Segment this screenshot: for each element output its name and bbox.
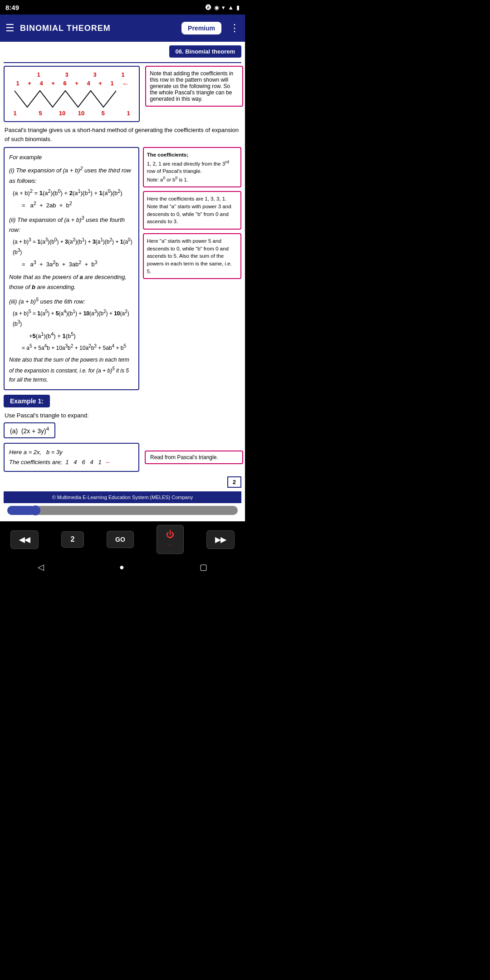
pb-10b: 10 <box>75 110 87 117</box>
page-number: 2 <box>227 476 241 488</box>
annot1-body: 1, 2, 1 are read directly from the 3rd r… <box>147 161 229 174</box>
pm-plus1: + <box>24 80 35 88</box>
zigzag-diagram <box>8 89 135 109</box>
note-asc-desc: Note that as the powers of a are descend… <box>9 272 134 292</box>
power-dots: ··· <box>168 543 172 548</box>
chapter-tab-row: 06. Binomial theorem <box>4 45 241 60</box>
eq3c: = a5 + 5a4b + 10a3b2 + 10a2b3 + 5ab4 + b… <box>22 342 134 353</box>
main-content-area: For example (i) The expansion of (a + b)… <box>4 147 139 390</box>
sync-icon: ◉ <box>214 4 219 11</box>
progress-thumb[interactable] <box>30 505 40 515</box>
annotation-3: Here "a" starts with power 5 and descend… <box>143 233 241 279</box>
example1-expression: (a) (2x + 3y)4 <box>4 422 55 439</box>
bottom-nav: ◀◀ GO ⏻ ··· ▶▶ <box>0 521 245 558</box>
chapter-tab: 06. Binomial theorem <box>169 45 241 58</box>
solution-box: Here a = 2x, b = 3y The coefficients are… <box>4 443 139 472</box>
example1-section: Example 1: Use Pascal's triangle to expa… <box>4 390 241 472</box>
solution-row: Here a = 2x, b = 3y The coefficients are… <box>4 443 241 472</box>
right-annotations: The coefficients; 1, 2, 1 are read direc… <box>143 147 241 283</box>
pm-plus3: + <box>71 80 83 88</box>
annot1-note: Note: a0 or b0 is 1. <box>147 177 188 182</box>
pb-5: 5 <box>34 110 46 117</box>
page-num-row: 2 <box>4 474 241 488</box>
pascal-diagram-box: 1 3 3 1 1 + 4 + 6 + 4 + <box>4 66 140 122</box>
menu-button[interactable]: ☰ <box>5 22 15 34</box>
pm-1: 1 <box>12 80 24 88</box>
pascal-note-area: Note that adding the coefficients in thi… <box>143 66 241 107</box>
footer: © Multimedia E-Learning Education System… <box>4 491 241 503</box>
eq3a: (a + b)5 = 1(a5) + 5(a4)(b1) + 10(a3)(b2… <box>13 308 134 329</box>
premium-button[interactable]: Premium <box>181 22 221 34</box>
pm-6: 6 <box>59 80 71 88</box>
arrow-solution-icon: ← <box>105 459 111 466</box>
main-section: For example (i) The expansion of (a + b)… <box>4 147 241 390</box>
arrow-left-icon: ← <box>120 80 132 88</box>
battery-icon: ▮ <box>236 4 240 11</box>
pt-1b: 1 <box>117 71 129 78</box>
pm-plus4: + <box>94 80 106 88</box>
annotation-2: Here the coefficients are 1, 3, 3, 1. No… <box>143 191 241 230</box>
read-note-area: Read from Pascal's triangle. <box>143 451 241 464</box>
eq2b: = a3 + 3a2b + 3ab2 + b3 <box>22 258 134 270</box>
item2-text: (ii) The expansion of (a + b)3 uses the … <box>9 213 134 235</box>
pascal-row-bottom: 1 5 10 10 5 1 <box>8 110 135 117</box>
main-box: For example (i) The expansion of (a + b)… <box>4 147 139 390</box>
pb-10a: 10 <box>56 110 68 117</box>
read-note-box: Read from Pascal's triangle. <box>145 451 243 464</box>
solution-line1: Here a = 2x, b = 3y <box>9 447 134 457</box>
power-button[interactable]: ⏻ ··· <box>157 525 184 554</box>
rewind-button[interactable]: ◀◀ <box>10 530 39 549</box>
pb-5b: 5 <box>97 110 109 117</box>
recents-button[interactable]: ▢ <box>200 562 207 572</box>
home-button[interactable]: ● <box>119 563 124 572</box>
pascal-row-top: 1 3 3 1 <box>8 71 135 78</box>
example1-instruction: Use Pascal's triangle to expand: <box>5 412 240 419</box>
item1-text: (i) The expansion of (a + b)2 uses the t… <box>9 164 134 186</box>
pt-3b: 3 <box>89 71 101 78</box>
eq1b: = a2 + 2ab + b2 <box>22 199 134 211</box>
pt-1: 1 <box>33 71 44 78</box>
back-button[interactable]: ◁ <box>38 562 44 572</box>
solution-line2: The coefficients are; 1 4 6 4 1 ← <box>9 457 134 467</box>
pascal-note-box: Note that adding the coefficients in thi… <box>145 66 243 107</box>
notification-icon: 🅐 <box>206 4 211 11</box>
page-number-input[interactable] <box>61 531 84 548</box>
signal-icon: ▲ <box>228 4 234 11</box>
go-button[interactable]: GO <box>107 531 134 548</box>
example1-label: Example 1: <box>4 395 50 407</box>
status-icons: 🅐 ◉ ▾ ▲ ▮ <box>206 4 240 11</box>
pascal-row-mid: 1 + 4 + 6 + 4 + 1 ← <box>8 80 135 88</box>
eq2a: (a + b)3 = 1(a3)(b0) + 3(a2)(b1) + 3(a1)… <box>13 236 134 257</box>
content-area: 06. Binomial theorem 1 3 3 1 1 <box>0 42 245 521</box>
item3-text: (iii) (a + b)5 uses the 6th row: <box>9 295 134 306</box>
page-title: BINOMIAL THEOREM <box>20 24 176 33</box>
top-nav: ☰ BINOMIAL THEOREM Premium ⋮ <box>0 15 245 42</box>
pascal-diagram-area: 1 3 3 1 1 + 4 + 6 + 4 + <box>4 66 140 122</box>
desc-text: Pascal's triangle gives us a short-hand … <box>5 126 240 143</box>
annotation-1: The coefficients; 1, 2, 1 are read direc… <box>143 147 241 187</box>
status-bar: 8:49 🅐 ◉ ▾ ▲ ▮ <box>0 0 245 15</box>
read-note-text: Read from Pascal's triangle. <box>150 454 218 461</box>
android-nav: ◁ ● ▢ <box>0 558 245 579</box>
pm-4a: 4 <box>35 80 47 88</box>
pascal-note-text: Note that adding the coefficients in thi… <box>150 70 233 102</box>
annot1-title: The coefficients; <box>147 152 188 157</box>
for-example-label: For example <box>9 152 134 162</box>
eq1a: (a + b)2 = 1(a2)(b0) + 2(a1)(b1) + 1(a0)… <box>13 187 134 198</box>
annot3-body: Here "a" starts with power 5 and descend… <box>147 238 232 274</box>
pascal-section: 1 3 3 1 1 + 4 + 6 + 4 + <box>4 66 241 122</box>
pt-3a: 3 <box>61 71 73 78</box>
pb-1: 1 <box>9 110 21 117</box>
pm-1b: 1 <box>106 80 118 88</box>
progress-bar[interactable] <box>7 506 238 515</box>
note-powers: Note also that the sum of the powers in … <box>9 355 134 384</box>
fast-forward-button[interactable]: ▶▶ <box>206 530 235 549</box>
more-options-button[interactable]: ⋮ <box>230 22 240 34</box>
wifi-icon: ▾ <box>222 4 225 11</box>
power-icon: ⏻ <box>166 530 174 539</box>
eq3b: +5(a1)(b4) + 1(b5) <box>29 330 134 341</box>
status-time: 8:49 <box>5 4 19 11</box>
pb-1b: 1 <box>122 110 134 117</box>
annot2-body: Here the coefficients are 1, 3, 3, 1. No… <box>147 196 231 224</box>
pm-4b: 4 <box>83 80 94 88</box>
